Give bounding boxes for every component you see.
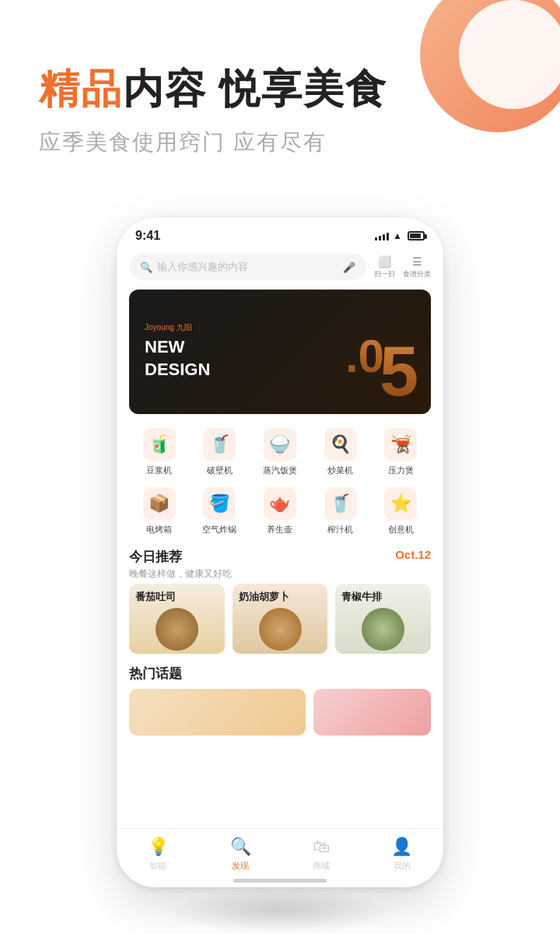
hero-section: 精品内容 悦享美食 应季美食使用窍门 应有尽有 — [39, 62, 521, 157]
nav-item-smart[interactable]: 💡 智能 — [148, 837, 169, 872]
air-fryer-icon: 🪣 — [203, 487, 236, 520]
wok-label: 炒菜机 — [327, 465, 353, 476]
rec-title: 今日推荐 — [129, 548, 232, 566]
wifi-icon: ▲ — [393, 230, 402, 241]
search-bar[interactable]: 🔍 输入你感兴趣的内容 🎤 — [129, 254, 366, 280]
hero-subtitle: 应季美食使用窍门 应有尽有 — [39, 128, 521, 157]
today-recommendation: 今日推荐 晚餐这样做，健康又好吃 Oct.12 番茄吐司 奶油胡萝卜 — [117, 540, 443, 658]
blender-label: 破壁机 — [207, 465, 233, 476]
creative-label: 创意机 — [388, 524, 414, 535]
banner-content: Joyoung 九阳 NEW DESIGN — [129, 310, 226, 393]
promo-banner[interactable]: Joyoung 九阳 NEW DESIGN 5 .0 — [129, 290, 431, 414]
scan-button[interactable]: ⬜ 扫一扫 — [374, 255, 395, 279]
home-indicator — [233, 879, 327, 883]
banner-title: NEW DESIGN — [145, 336, 210, 381]
oven-label: 电烤箱 — [146, 524, 172, 535]
search-icon: 🔍 — [140, 262, 152, 273]
banner-version: 5 — [380, 336, 418, 406]
category-health-pot[interactable]: 🫖 养生壶 — [250, 487, 310, 535]
soymilk-icon: 🧃 — [143, 428, 176, 461]
signal-icon — [375, 231, 389, 241]
blender-icon: 🥤 — [203, 428, 236, 461]
rec-card-title-3: 青椒牛排 — [341, 590, 382, 604]
hero-title-highlight: 精品 — [39, 66, 123, 111]
hero-title: 精品内容 悦享美食 — [39, 62, 521, 117]
category-soymilk[interactable]: 🧃 豆浆机 — [129, 428, 190, 476]
category-rice-cooker[interactable]: 🍚 蒸汽饭煲 — [250, 428, 310, 476]
category-blender[interactable]: 🥤 破壁机 — [190, 428, 250, 476]
hot-card-1[interactable] — [129, 689, 306, 736]
hot-topics-title: 热门话题 — [129, 665, 431, 683]
shop-icon: 🛍 — [313, 837, 330, 857]
status-time: 9:41 — [135, 229, 160, 243]
oven-icon: 📦 — [143, 487, 176, 520]
rec-date: Oct.12 — [395, 548, 431, 561]
search-area: 🔍 输入你感兴趣的内容 🎤 ⬜ 扫一扫 ☰ 食谱分类 — [117, 249, 443, 286]
phone-frame: 9:41 ▲ 🔍 输入你感兴趣的内容 🎤 — [117, 218, 443, 887]
hero-title-rest: 内容 悦享美食 — [123, 66, 387, 111]
smart-label: 智能 — [149, 860, 166, 872]
discover-label: 发现 — [232, 860, 249, 872]
category-creative[interactable]: ⭐ 创意机 — [370, 487, 431, 535]
banner-dot: .0 — [345, 329, 384, 383]
rec-card-title-2: 奶油胡萝卜 — [239, 590, 289, 604]
health-pot-label: 养生壶 — [267, 524, 292, 535]
rec-header-left: 今日推荐 晚餐这样做，健康又好吃 — [129, 548, 232, 581]
nav-item-profile[interactable]: 👤 我的 — [391, 837, 412, 872]
category-wok[interactable]: 🍳 炒菜机 — [310, 428, 371, 476]
status-icons: ▲ — [375, 230, 425, 241]
rec-card-steak[interactable]: 青椒牛排 — [335, 584, 431, 654]
pressure-cooker-label: 压力煲 — [388, 465, 414, 476]
rice-cooker-icon: 🍚 — [264, 428, 296, 461]
wok-icon: 🍳 — [324, 428, 357, 461]
soymilk-label: 豆浆机 — [146, 465, 172, 476]
battery-icon — [408, 231, 425, 241]
profile-icon: 👤 — [391, 837, 412, 857]
phone-mockup: 9:41 ▲ 🔍 输入你感兴趣的内容 🎤 — [117, 218, 443, 887]
creative-icon: ⭐ — [384, 487, 417, 520]
rec-header: 今日推荐 晚餐这样做，健康又好吃 Oct.12 — [129, 548, 431, 581]
category-pressure-cooker[interactable]: 🫕 压力煲 — [370, 428, 431, 476]
juicer-label: 榨汁机 — [327, 524, 353, 535]
categories-row-1: 🧃 豆浆机 🥤 破壁机 🍚 蒸汽饭煲 🍳 炒菜机 🫕 压力煲 — [129, 428, 431, 476]
category-air-fryer[interactable]: 🪣 空气炸锅 — [190, 487, 250, 535]
rec-card-carrot[interactable]: 奶油胡萝卜 — [233, 584, 328, 654]
hot-topic-cards — [129, 689, 431, 736]
health-pot-icon: 🫖 — [264, 487, 296, 520]
smart-icon: 💡 — [148, 837, 169, 857]
juicer-icon: 🥤 — [324, 487, 357, 520]
pressure-cooker-icon: 🫕 — [384, 428, 417, 461]
banner-brand: Joyoung 九阳 — [145, 322, 210, 333]
discover-icon: 🔍 — [230, 837, 251, 857]
status-bar: 9:41 ▲ — [117, 218, 443, 249]
phone-shadow — [163, 887, 397, 934]
hot-topics-section: 热门话题 — [117, 658, 443, 740]
nav-item-discover[interactable]: 🔍 发现 — [230, 837, 251, 872]
nav-item-shop[interactable]: 🛍 商城 — [313, 837, 330, 872]
category-oven[interactable]: 📦 电烤箱 — [129, 487, 190, 535]
categories-row-2: 📦 电烤箱 🪣 空气炸锅 🫖 养生壶 🥤 榨汁机 ⭐ 创意机 — [129, 487, 431, 535]
microphone-icon: 🎤 — [343, 262, 355, 273]
rec-card-tomato[interactable]: 番茄吐司 — [129, 584, 225, 654]
hot-card-2[interactable] — [313, 689, 431, 736]
rec-card-title-1: 番茄吐司 — [135, 590, 176, 604]
rec-subtitle: 晚餐这样做，健康又好吃 — [129, 567, 232, 581]
rice-cooker-label: 蒸汽饭煲 — [263, 465, 297, 476]
rec-cards: 番茄吐司 奶油胡萝卜 青椒牛排 — [129, 584, 431, 654]
category-button[interactable]: ☰ 食谱分类 — [403, 255, 431, 279]
category-juicer[interactable]: 🥤 榨汁机 — [310, 487, 371, 535]
categories-section: 🧃 豆浆机 🥤 破壁机 🍚 蒸汽饭煲 🍳 炒菜机 🫕 压力煲 — [117, 417, 443, 540]
search-actions: ⬜ 扫一扫 — [374, 255, 395, 279]
shop-label: 商城 — [313, 860, 330, 872]
search-placeholder: 输入你感兴趣的内容 — [157, 260, 248, 274]
profile-label: 我的 — [394, 860, 411, 872]
air-fryer-label: 空气炸锅 — [202, 524, 236, 535]
